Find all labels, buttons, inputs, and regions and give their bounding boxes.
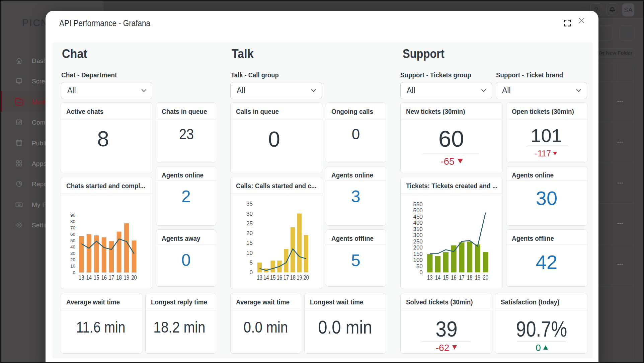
svg-text:50: 50 bbox=[416, 263, 423, 270]
svg-text:60: 60 bbox=[70, 232, 75, 237]
svg-text:0: 0 bbox=[73, 270, 75, 275]
svg-text:13: 13 bbox=[257, 274, 262, 281]
svg-text:16: 16 bbox=[101, 274, 107, 281]
svg-text:30: 30 bbox=[70, 251, 75, 256]
svg-text:13: 13 bbox=[79, 274, 84, 281]
svg-text:550: 550 bbox=[413, 201, 422, 208]
svg-text:20: 20 bbox=[70, 257, 75, 262]
svg-text:250: 250 bbox=[413, 238, 422, 245]
svg-text:200: 200 bbox=[413, 244, 422, 251]
svg-text:35: 35 bbox=[246, 201, 253, 207]
svg-text:20: 20 bbox=[303, 274, 309, 281]
svg-text:90: 90 bbox=[70, 213, 75, 218]
svg-text:500: 500 bbox=[413, 207, 422, 214]
svg-text:50: 50 bbox=[70, 238, 75, 243]
svg-text:80: 80 bbox=[70, 219, 75, 224]
svg-text:20: 20 bbox=[483, 274, 488, 281]
svg-text:10: 10 bbox=[70, 264, 75, 269]
svg-text:450: 450 bbox=[413, 214, 422, 220]
svg-text:150: 150 bbox=[413, 251, 422, 257]
svg-text:70: 70 bbox=[70, 225, 75, 230]
svg-text:0: 0 bbox=[419, 269, 422, 276]
svg-text:0: 0 bbox=[250, 269, 253, 276]
svg-text:10: 10 bbox=[246, 250, 253, 256]
svg-text:300: 300 bbox=[413, 232, 422, 238]
svg-text:19: 19 bbox=[297, 274, 302, 281]
svg-text:17: 17 bbox=[284, 274, 289, 281]
svg-text:16: 16 bbox=[277, 274, 283, 281]
svg-text:350: 350 bbox=[413, 226, 422, 232]
svg-text:400: 400 bbox=[413, 220, 422, 226]
svg-text:18: 18 bbox=[116, 274, 122, 281]
svg-text:40: 40 bbox=[70, 244, 75, 249]
svg-text:5: 5 bbox=[250, 260, 253, 266]
svg-text:20: 20 bbox=[131, 274, 137, 281]
svg-text:19: 19 bbox=[124, 274, 130, 281]
svg-text:15: 15 bbox=[270, 274, 276, 281]
svg-text:20: 20 bbox=[246, 230, 253, 236]
svg-text:13: 13 bbox=[427, 274, 433, 281]
svg-text:25: 25 bbox=[246, 220, 253, 227]
svg-text:18: 18 bbox=[290, 274, 296, 281]
svg-text:14: 14 bbox=[435, 274, 441, 281]
svg-text:14: 14 bbox=[86, 274, 92, 281]
svg-text:18: 18 bbox=[467, 274, 473, 281]
svg-text:17: 17 bbox=[459, 274, 465, 281]
svg-text:100: 100 bbox=[413, 257, 422, 263]
svg-text:30: 30 bbox=[246, 211, 253, 217]
svg-text:15: 15 bbox=[94, 274, 99, 281]
svg-text:15: 15 bbox=[246, 240, 253, 246]
svg-text:15: 15 bbox=[443, 274, 449, 281]
svg-text:17: 17 bbox=[109, 274, 114, 281]
svg-text:19: 19 bbox=[475, 274, 481, 281]
svg-text:14: 14 bbox=[263, 274, 269, 281]
svg-text:16: 16 bbox=[451, 274, 457, 281]
